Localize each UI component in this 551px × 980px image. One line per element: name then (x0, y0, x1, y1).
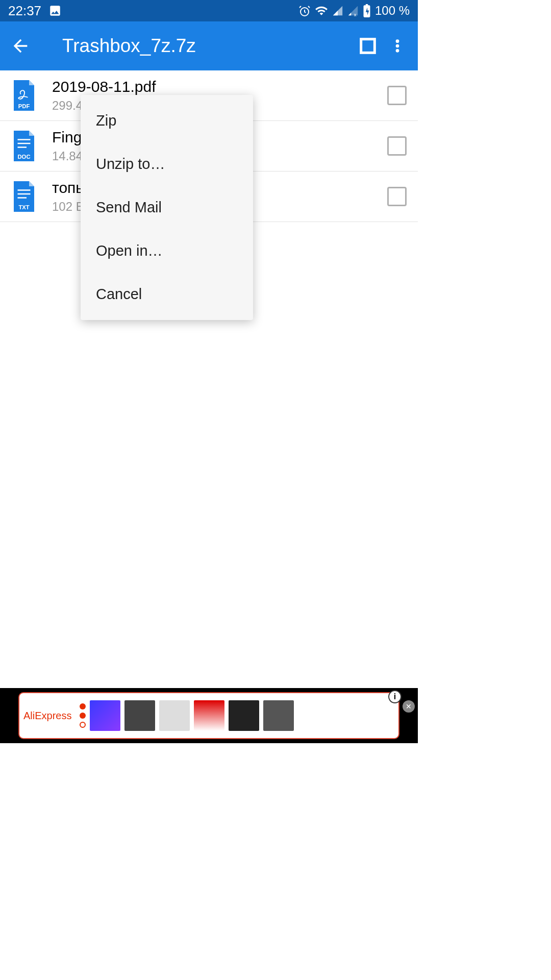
menu-item-open-in[interactable]: Open in… (81, 229, 253, 273)
txt-file-icon: TXT (11, 181, 37, 212)
app-bar: Trashbox_7z.7z (0, 21, 418, 70)
wifi-icon (315, 4, 328, 17)
select-all-button[interactable] (356, 34, 380, 58)
pdf-file-icon: PDF (11, 80, 37, 111)
doc-file-icon: DOC (11, 131, 37, 161)
ad-banner: AliExpress i ✕ (0, 688, 418, 743)
menu-item-send-mail[interactable]: Send Mail (81, 186, 253, 229)
svg-text:TXT: TXT (18, 204, 29, 210)
file-checkbox[interactable] (387, 187, 407, 206)
signal-icon (332, 5, 343, 16)
dot-icon (80, 713, 86, 719)
status-left: 22:37 (8, 3, 62, 19)
status-bar: 22:37 x 100 % (0, 0, 418, 21)
dot-icon (80, 703, 86, 709)
svg-text:DOC: DOC (18, 154, 31, 160)
file-checkbox[interactable] (387, 86, 407, 105)
dot-icon (80, 722, 86, 728)
square-icon (358, 36, 378, 56)
svg-point-4 (396, 49, 399, 53)
ad-product-thumb (263, 700, 294, 731)
picture-icon (48, 4, 62, 17)
status-right: x 100 % (298, 4, 410, 18)
ad-product-thumb (229, 700, 259, 731)
signal-icon-2: x (347, 5, 359, 16)
ad-product-thumb (124, 700, 155, 731)
ad-close-button[interactable]: ✕ (403, 700, 415, 713)
ad-brand-text: AliExpress (23, 710, 71, 722)
ad-content[interactable]: AliExpress i (18, 692, 399, 739)
status-time: 22:37 (8, 3, 41, 19)
battery-percent: 100 % (375, 4, 410, 18)
ad-brand: AliExpress (23, 710, 71, 722)
ad-carousel-dots (80, 703, 86, 728)
more-button[interactable] (385, 34, 410, 58)
page-title: Trashbox_7z.7z (62, 35, 350, 57)
context-menu: Zip Unzip to… Send Mail Open in… Cancel (81, 95, 253, 320)
arrow-back-icon (10, 36, 31, 56)
svg-text:x: x (354, 12, 357, 16)
back-button[interactable] (8, 34, 33, 58)
ad-product-thumb (194, 700, 224, 731)
ad-product-thumb (159, 700, 190, 731)
svg-point-3 (396, 44, 399, 48)
menu-item-zip[interactable]: Zip (81, 99, 253, 142)
menu-item-cancel[interactable]: Cancel (81, 273, 253, 316)
file-name: 2019-08-11.pdf (52, 78, 387, 95)
svg-point-2 (396, 39, 399, 43)
more-vert-icon (389, 38, 406, 54)
info-icon[interactable]: i (388, 690, 402, 703)
svg-rect-1 (361, 39, 375, 53)
alarm-icon (298, 5, 311, 17)
ad-product-thumb (90, 700, 120, 731)
svg-text:PDF: PDF (18, 103, 30, 109)
battery-charging-icon (363, 4, 371, 17)
menu-item-unzip[interactable]: Unzip to… (81, 142, 253, 186)
file-checkbox[interactable] (387, 136, 407, 156)
